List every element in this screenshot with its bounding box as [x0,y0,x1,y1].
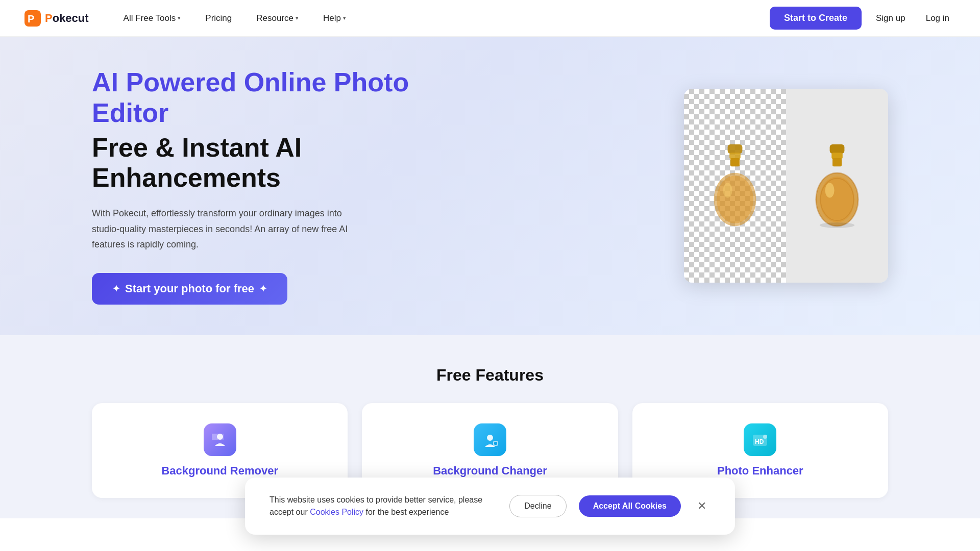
logo[interactable]: P Pokecut [24,10,89,27]
svg-point-21 [217,434,223,440]
svg-text:HD: HD [755,438,764,445]
background-changer-label: Background Changer [433,464,547,478]
sign-up-link[interactable]: Sign up [870,9,912,28]
hero-title-black: Free & Instant AI Enhancements [92,133,480,194]
background-changer-icon [474,423,506,456]
svg-rect-10 [831,153,843,160]
svg-point-27 [763,435,767,439]
svg-text:P: P [28,13,34,24]
accept-all-cookies-button[interactable]: Accept All Cookies [579,495,681,517]
svg-rect-3 [729,153,741,160]
svg-point-16 [825,183,835,198]
hero-title-colored: AI Powered Online Photo Editor [92,67,480,129]
photo-enhancer-label: Photo Enhancer [717,464,803,478]
features-title: Free Features [92,366,888,385]
cookie-close-button[interactable]: ✕ [693,498,710,514]
photo-enhancer-icon: HD [744,423,776,456]
background-remover-icon [204,423,236,456]
background-remover-label: Background Remover [161,464,278,478]
logo-icon: P [24,10,41,27]
svg-point-22 [487,435,493,441]
nav-links: All Free Tools ▾ Pricing Resource ▾ Help… [113,9,770,28]
sparkle-left-icon: ✦ [112,283,120,294]
hero-content: AI Powered Online Photo Editor Free & In… [92,67,480,305]
decline-button[interactable]: Decline [509,495,566,517]
cookie-text: This website uses cookies to provide bet… [270,494,497,518]
nav-all-free-tools[interactable]: All Free Tools ▾ [113,9,191,28]
hero-image [684,89,888,283]
start-to-create-button[interactable]: Start to Create [770,7,862,30]
hero-image-transparent-side [684,89,786,283]
logo-text: Pokecut [45,12,89,25]
sparkle-right-icon: ✦ [259,283,267,294]
svg-rect-4 [730,158,740,166]
svg-rect-9 [830,144,845,154]
svg-rect-11 [832,158,842,166]
nav-resource[interactable]: Resource ▾ [246,9,309,28]
log-in-link[interactable]: Log in [920,9,955,28]
perfume-bottle-left [707,140,763,232]
perfume-bottle-right [809,140,865,232]
nav-right: Start to Create Sign up Log in [770,7,955,30]
chevron-down-icon: ▾ [178,15,181,21]
navbar: P Pokecut All Free Tools ▾ Pricing Resou… [0,0,980,37]
svg-rect-2 [728,144,743,154]
chevron-down-icon: ▾ [296,15,299,21]
svg-point-7 [723,183,732,198]
svg-point-17 [820,222,854,228]
hero-section: AI Powered Online Photo Editor Free & In… [0,37,980,335]
cookie-banner: This website uses cookies to provide bet… [245,478,735,535]
cookies-policy-link[interactable]: Cookies Policy [310,508,365,516]
start-photo-free-button[interactable]: ✦ Start your photo for free ✦ [92,273,287,305]
nav-help[interactable]: Help ▾ [313,9,356,28]
chevron-down-icon: ▾ [343,15,346,21]
hero-image-original-side [786,89,888,283]
svg-point-6 [717,176,753,224]
svg-point-13 [820,177,854,222]
hero-description: With Pokecut, effortlessly transform you… [92,206,368,253]
svg-rect-24 [494,442,497,445]
nav-pricing[interactable]: Pricing [195,9,242,28]
